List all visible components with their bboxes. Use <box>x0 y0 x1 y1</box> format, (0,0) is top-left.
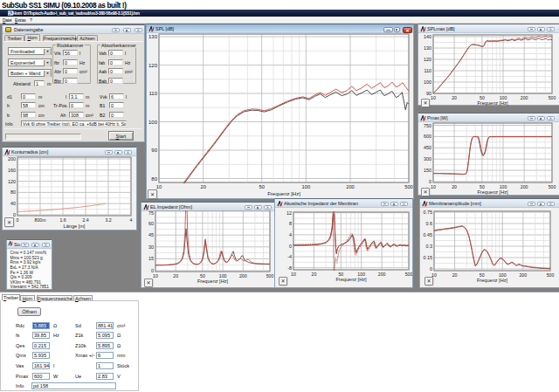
svg-text:8: 8 <box>289 221 292 226</box>
svg-text:0.75: 0.75 <box>424 210 433 215</box>
svg-text:100: 100 <box>148 120 158 125</box>
svg-text:450: 450 <box>424 145 431 150</box>
svg-text:160: 160 <box>8 168 16 173</box>
svg-text:200: 200 <box>521 184 528 189</box>
svg-text:110: 110 <box>424 68 431 73</box>
svg-text:Frequenz [Hz]: Frequenz [Hz] <box>477 278 508 283</box>
svg-text:4: 4 <box>130 217 133 223</box>
svg-text:Länge [m]: Länge [m] <box>64 224 86 229</box>
svg-text:200: 200 <box>521 95 528 100</box>
svg-text:120: 120 <box>8 179 16 184</box>
svg-text:0.45: 0.45 <box>424 232 433 237</box>
svg-text:100: 100 <box>357 272 365 277</box>
svg-text:45: 45 <box>148 232 154 237</box>
svg-text:0: 0 <box>13 212 16 217</box>
svg-text:100: 100 <box>424 79 431 85</box>
svg-text:120: 120 <box>148 63 158 68</box>
svg-text:40: 40 <box>10 201 16 206</box>
svg-text:0.15: 0.15 <box>424 255 433 260</box>
svg-text:130: 130 <box>424 45 431 51</box>
svg-text:500: 500 <box>549 184 556 189</box>
svg-text:10: 10 <box>153 273 158 279</box>
svg-text:10: 10 <box>431 95 436 100</box>
svg-text:750: 750 <box>424 123 431 128</box>
svg-text:50: 50 <box>480 272 485 278</box>
svg-text:Frequenz [Hz]: Frequenz [Hz] <box>267 191 300 196</box>
svg-text:12: 12 <box>286 210 292 216</box>
svg-text:20: 20 <box>452 272 458 278</box>
svg-text:10: 10 <box>291 272 296 277</box>
svg-text:10: 10 <box>156 184 162 189</box>
svg-text:200: 200 <box>8 156 16 162</box>
svg-text:100: 100 <box>219 273 227 279</box>
svg-text:-4: -4 <box>287 254 292 259</box>
svg-text:140: 140 <box>424 34 431 39</box>
svg-text:3.2: 3.2 <box>105 217 111 223</box>
svg-text:50: 50 <box>200 273 205 279</box>
svg-text:Frequenz [Hz]: Frequenz [Hz] <box>335 277 367 282</box>
svg-text:20: 20 <box>452 184 457 189</box>
svg-text:200: 200 <box>239 273 247 279</box>
svg-text:100: 100 <box>500 95 507 100</box>
svg-text:200: 200 <box>378 272 386 277</box>
svg-text:500: 500 <box>549 95 556 100</box>
svg-text:80: 80 <box>10 189 16 195</box>
svg-text:50: 50 <box>338 272 343 277</box>
svg-text:20: 20 <box>312 272 317 277</box>
svg-text:30: 30 <box>148 244 154 250</box>
svg-text:4: 4 <box>289 232 292 237</box>
svg-text:Frequenz [Hz]: Frequenz [Hz] <box>477 100 508 106</box>
svg-text:500: 500 <box>266 273 274 279</box>
svg-text:0: 0 <box>17 217 19 223</box>
svg-text:1.6: 1.6 <box>59 217 66 223</box>
svg-text:200: 200 <box>519 272 527 278</box>
svg-text:60: 60 <box>148 221 154 226</box>
svg-text:50: 50 <box>480 95 485 100</box>
svg-text:20: 20 <box>452 95 457 100</box>
svg-text:10: 10 <box>431 184 436 189</box>
svg-text:20: 20 <box>200 184 205 189</box>
svg-text:300: 300 <box>424 156 431 162</box>
svg-text:0.3: 0.3 <box>426 244 433 249</box>
svg-text:Frequenz [Hz]: Frequenz [Hz] <box>197 279 229 284</box>
svg-text:150: 150 <box>424 168 431 173</box>
svg-text:Frequenz [Hz]: Frequenz [Hz] <box>477 189 508 195</box>
svg-text:0: 0 <box>289 244 292 249</box>
svg-text:500: 500 <box>404 184 413 189</box>
svg-text:-8: -8 <box>287 265 292 271</box>
svg-text:75: 75 <box>148 210 154 216</box>
svg-text:200: 200 <box>346 184 355 189</box>
svg-text:500: 500 <box>547 272 555 278</box>
svg-text:20: 20 <box>173 273 178 279</box>
svg-text:600: 600 <box>424 134 431 139</box>
svg-text:2.4: 2.4 <box>82 217 88 223</box>
svg-text:130: 130 <box>148 34 158 39</box>
svg-text:120: 120 <box>424 57 431 62</box>
svg-text:15: 15 <box>148 256 154 261</box>
svg-text:90: 90 <box>151 148 157 153</box>
svg-text:0.6: 0.6 <box>426 221 433 226</box>
svg-text:100: 100 <box>301 184 310 189</box>
svg-text:80: 80 <box>151 176 157 182</box>
svg-text:100: 100 <box>499 272 507 278</box>
svg-text:500: 500 <box>405 272 412 277</box>
svg-text:50: 50 <box>259 184 264 189</box>
svg-text:100: 100 <box>500 184 507 189</box>
svg-text:0: 0 <box>430 266 432 272</box>
svg-text:50: 50 <box>480 184 485 189</box>
svg-text:800m: 800m <box>35 217 46 223</box>
svg-text:110: 110 <box>148 91 157 96</box>
